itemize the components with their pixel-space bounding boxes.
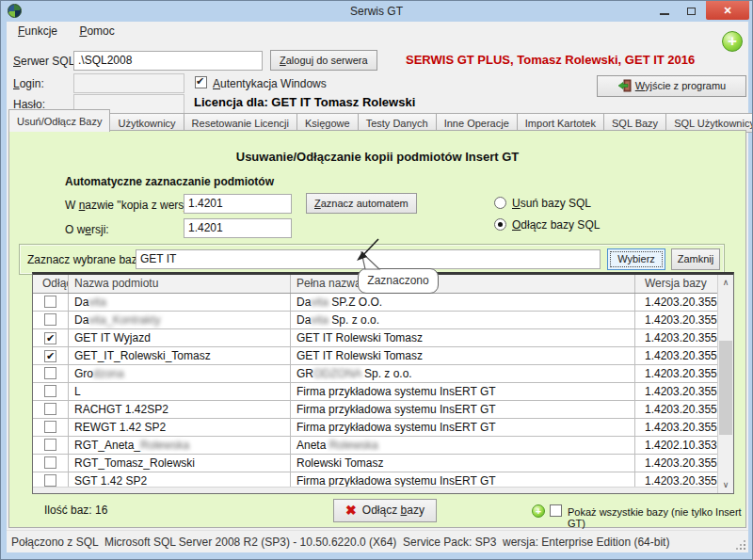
cell-fullname: GET IT Rolewski Tomasz xyxy=(291,347,635,364)
name-filter-input[interactable]: 1.4201 xyxy=(184,194,292,214)
server-sql-label: Serwer SQL: xyxy=(13,55,78,68)
row-checkbox[interactable] xyxy=(44,403,56,415)
row-checkbox[interactable] xyxy=(44,367,56,379)
detach-bases-button[interactable]: ✖Odłącz bazy xyxy=(333,499,437,522)
login-input xyxy=(73,73,184,93)
grid-bottom-strip xyxy=(33,487,717,493)
server-sql-input[interactable]: .\SQL2008 xyxy=(73,51,263,71)
version-filter-input[interactable]: 1.4201 xyxy=(184,218,292,238)
scroll-down-icon[interactable]: ∨ xyxy=(718,477,733,493)
cell-checkbox: ✔ xyxy=(33,329,69,346)
vertical-scrollbar[interactable]: ∧ ∨ xyxy=(717,275,733,493)
red-x-icon: ✖ xyxy=(345,503,357,518)
cell-checkbox xyxy=(33,401,69,418)
table-row[interactable]: RACHGT 1.42SP2Firma przykładowa systemu … xyxy=(33,401,717,419)
choose-button[interactable]: Wybierz xyxy=(607,248,665,270)
grid-inner: Odłącz Nazwa podmiotu Pełna nazwa podmio… xyxy=(33,275,717,493)
cell-name: Davita_Kontrakty xyxy=(69,312,291,328)
cell-name: Grodzona xyxy=(69,365,291,382)
radio-delete-icon xyxy=(494,197,506,209)
table-row[interactable]: GrodzonaGRODZONA Sp. z o.o.1.4203.20.355… xyxy=(33,365,717,383)
select-bases-label: Zaznacz wybrane bazy: xyxy=(27,253,146,266)
windows-auth-checkbox[interactable] xyxy=(195,76,207,88)
tab-1[interactable]: Usuń/Odłącz Bazy xyxy=(8,109,110,132)
name-filter-label: W nazwie "kopia z wersji" : xyxy=(65,199,200,212)
radio-delete-sql[interactable]: Usuń bazy SQL xyxy=(494,197,591,211)
radio-detach-icon xyxy=(494,218,506,231)
radio-delete-label: Usuń bazy SQL xyxy=(512,197,591,210)
resize-grip-icon[interactable] xyxy=(744,548,745,550)
table-row[interactable]: REWGT 1.42 SP2Firma przykładowa systemu … xyxy=(33,419,717,437)
cell-checkbox: ✔ xyxy=(33,347,69,364)
row-checkbox[interactable] xyxy=(44,421,56,433)
col-header-nazwa[interactable]: Nazwa podmiotu xyxy=(69,275,291,293)
row-checkbox[interactable]: ✔ xyxy=(44,332,56,344)
exit-program-label: Wyjście z programu xyxy=(635,80,727,91)
cell-version: 1.4203.20.3552 xyxy=(635,312,717,328)
close-panel-button[interactable]: Zamknij xyxy=(671,248,720,270)
exit-door-icon xyxy=(617,79,632,92)
radio-detach-sql[interactable]: Odłącz bazy SQL xyxy=(494,218,600,232)
table-row[interactable]: ✔GET IT WyjazdGET IT Rolewski Tomasz1.42… xyxy=(33,329,717,347)
show-all-bases-checkbox[interactable] xyxy=(550,504,562,517)
status-text: Połączono z SQL Microsoft SQL Server 200… xyxy=(11,536,669,549)
minimize-icon xyxy=(660,13,669,15)
app-window: Serwis GT ✕ Funkcje Pomoc Serwer SQL: .\… xyxy=(0,0,753,560)
license-banner: SERWIS GT PLUS, Tomasz Rolewski, GET IT … xyxy=(406,53,695,67)
cell-name: GET_IT_Rolewski_Tomasz xyxy=(69,347,291,364)
scroll-up-icon[interactable]: ∧ xyxy=(718,275,733,291)
show-all-bases-label: Pokaż wszystkie bazy (nie tylko Insert G… xyxy=(568,506,745,529)
col-header-wersja[interactable]: Wersja bazy xyxy=(635,275,717,293)
row-checkbox[interactable] xyxy=(44,474,56,487)
version-filter-label: O wersji: xyxy=(65,223,109,236)
cell-name: RGT_Aneta_Rolewska xyxy=(69,437,291,454)
cell-fullname: Davita Sp. z o.o. xyxy=(291,312,635,328)
cell-fullname: GRODZONA Sp. z o.o. xyxy=(291,365,635,382)
cell-version: 1.4202.10.3539 xyxy=(635,437,717,454)
cell-name: REWGT 1.42 SP2 xyxy=(69,419,291,436)
cell-name: GET IT Wyjazd xyxy=(69,329,291,346)
maximize-button[interactable] xyxy=(679,1,704,20)
table-row[interactable]: RGT_Tomasz_RolewskiRolewski Tomasz1.4203… xyxy=(33,455,717,472)
plus-icon-small xyxy=(532,504,545,518)
exit-program-button[interactable]: Wyjście z programu xyxy=(597,75,746,97)
col-header-odlacz[interactable]: Odłącz xyxy=(33,275,69,293)
cell-fullname: Firma przykładowa systemu InsERT GT xyxy=(291,419,635,436)
cell-version: 1.4203.20.3552 xyxy=(635,419,717,436)
title-bar: Serwis GT ✕ xyxy=(1,1,752,22)
table-row[interactable]: LFirma przykładowa systemu InsERT GT1.42… xyxy=(33,383,717,401)
row-checkbox[interactable] xyxy=(44,456,56,469)
menu-pomoc[interactable]: Pomoc xyxy=(72,22,121,40)
col-header-pelna-nazwa[interactable]: Pełna nazwa podmiotu xyxy=(291,275,635,293)
cell-version: 1.4203.20.3552 xyxy=(635,294,717,311)
cell-fullname: Rolewski Tomasz xyxy=(291,455,635,472)
login-to-server-button[interactable]: Zaloguj do serwera xyxy=(270,50,377,71)
menu-funkcje[interactable]: Funkcje xyxy=(10,22,65,40)
table-row[interactable]: Davita_KontraktyDavita Sp. z o.o.1.4203.… xyxy=(33,312,717,329)
row-checkbox[interactable]: ✔ xyxy=(44,350,56,362)
login-label: Login: xyxy=(13,77,44,90)
select-automat-button[interactable]: Zaznacz automatem xyxy=(306,193,417,214)
client-area: Funkcje Pomoc Serwer SQL: .\SQL2008 Zalo… xyxy=(7,22,748,552)
table-row[interactable]: RGT_Aneta_RolewskaAneta Rolewska1.4202.1… xyxy=(33,437,717,455)
row-checkbox[interactable] xyxy=(44,296,56,308)
cell-name: L xyxy=(69,383,291,400)
tab-page-usun-odlacz: Usuwanie/Odłączanie kopii podmiotów Inse… xyxy=(8,130,746,528)
row-checkbox[interactable] xyxy=(44,439,56,451)
close-button[interactable]: ✕ xyxy=(706,1,749,20)
cell-version: 1.4203.20.3552 xyxy=(635,329,717,346)
row-checkbox[interactable] xyxy=(44,385,56,397)
plus-icon[interactable] xyxy=(722,31,743,52)
status-bar: Połączono z SQL Microsoft SQL Server 200… xyxy=(7,530,748,552)
detach-bases-label: Odłącz bazy xyxy=(362,504,425,517)
table-row[interactable]: DavitaDavita SP.Z O.O.1.4203.20.3552 xyxy=(33,294,717,312)
close-icon: ✕ xyxy=(723,5,731,16)
row-checkbox[interactable] xyxy=(44,313,56,326)
cell-version: 1.4203.20.3552 xyxy=(635,455,717,472)
table-row[interactable]: ✔GET_IT_Rolewski_TomaszGET IT Rolewski T… xyxy=(33,347,717,365)
cell-version: 1.4203.20.3552 xyxy=(635,383,717,400)
auto-select-section-label: Automatyczne zaznaczanie podmiotów xyxy=(65,175,274,188)
tab-strip: Usuń/Odłącz BazyUżytkownicyResetowanie L… xyxy=(8,109,753,131)
minimize-button[interactable] xyxy=(651,1,677,20)
scrollbar-thumb[interactable] xyxy=(719,341,732,435)
